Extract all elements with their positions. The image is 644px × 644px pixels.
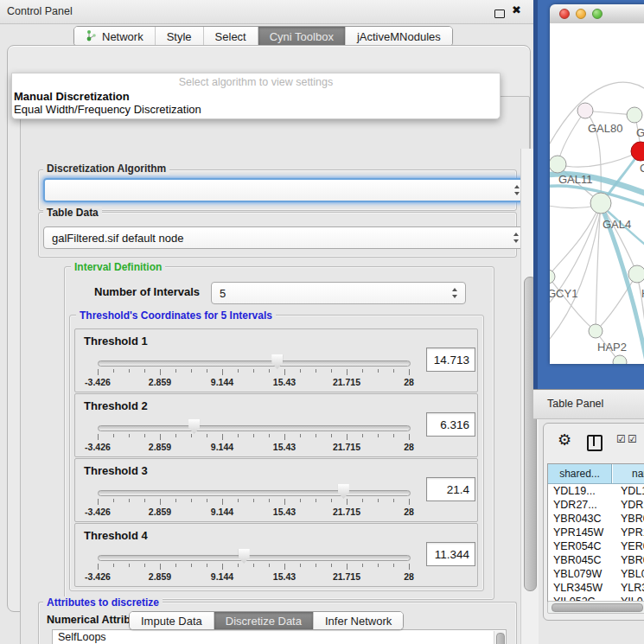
tab-discretize-data[interactable]: Discretize Data [214, 612, 314, 629]
threshold-slider[interactable]: -3.4262.8599.14415.4321.71528 [98, 553, 409, 583]
discretization-algorithm-label: Discretization Algorithm [43, 163, 169, 175]
network-window-titlebar[interactable] [550, 4, 644, 24]
column-header-name[interactable]: name [613, 464, 644, 483]
number-of-intervals-combobox[interactable]: 5 [211, 282, 466, 304]
cell-shared-name: YER054C [553, 539, 602, 553]
combo-arrows-icon [513, 233, 520, 243]
tick-label: -3.426 [85, 377, 111, 387]
combo-arrows-icon [452, 288, 458, 298]
table-row[interactable]: YBR043CYBR0 [548, 512, 644, 526]
list-scrollbar[interactable] [494, 631, 505, 644]
slider-thumb[interactable] [188, 419, 200, 434]
threshold-slider[interactable]: -3.4262.8599.14415.4321.71528 [98, 424, 409, 453]
popup-option-equal-width-frequency-discretization[interactable]: Equal Width/Frequency Discretization [14, 103, 201, 116]
column-header-shared[interactable]: shared... [548, 464, 612, 483]
tick-label: -3.426 [85, 571, 111, 582]
threshold-value-field[interactable]: 6.316 [426, 412, 475, 437]
numerical-attributes-list[interactable]: SelfLoopsTopologicalCoefficientBetweenne… [52, 629, 507, 644]
checkbox-icon[interactable]: ☑ [616, 433, 626, 445]
cell-name: YDL1 [621, 484, 644, 498]
tick-label: 28 [404, 377, 414, 387]
tick-label: 15.43 [273, 377, 296, 387]
table-row[interactable]: YBL079WYBL0 [548, 567, 644, 581]
table-row[interactable]: YLR345WYLR3 [548, 581, 644, 595]
node-label: HAP2 [597, 341, 627, 354]
node-label: GCY1 [550, 287, 577, 300]
network-window: GAL80GACGAL11GAL4GCY1HHAP2 [550, 4, 644, 364]
threshold-slider[interactable]: -3.4262.8599.14415.4321.71528 [98, 359, 409, 388]
checkbox-icon[interactable]: ☑ [628, 433, 637, 445]
network-node-h[interactable] [628, 265, 644, 283]
cell-name: YDR2 [621, 498, 644, 512]
network-node-gal4[interactable] [590, 193, 611, 214]
table-row[interactable]: YDR27...YDR2 [548, 498, 644, 512]
close-icon[interactable]: ✖ [512, 3, 521, 16]
tab-impute-data[interactable]: Impute Data [130, 612, 214, 629]
tick-label: 28 [404, 571, 414, 582]
table-panel: ⚙ ☑ ☑ shared... name YDL19...YDL1YDR27..… [543, 423, 644, 621]
table-data-combobox[interactable]: galFiltered.sif default node [43, 226, 527, 249]
table-data-value: galFiltered.sif default node [52, 232, 183, 245]
tab-infer-network[interactable]: Infer Network [314, 612, 403, 629]
network-node-gal11[interactable] [550, 156, 566, 173]
cell-shared-name: YPR145W [553, 526, 603, 539]
network-canvas[interactable]: GAL80GACGAL11GAL4GCY1HHAP2 [550, 23, 644, 364]
popup-prompt: Select algorithm to view settings [12, 76, 500, 88]
bottom-tab-bar: Impute DataDiscretize DataInfer Network [129, 611, 404, 630]
threshold-label: Threshold 3 [84, 464, 148, 477]
tab-network[interactable]: Network [74, 27, 156, 46]
tab-cyni-toolbox[interactable]: Cyni Toolbox [258, 27, 346, 46]
float-window-icon[interactable] [494, 10, 505, 18]
popup-option-manual-discretization[interactable]: Manual Discretization [14, 90, 130, 103]
algorithm-dropdown-popup: Select algorithm to view settings Manual… [11, 73, 501, 119]
close-traffic-light[interactable] [559, 9, 570, 19]
node-label: GAL80 [588, 122, 622, 135]
table-horizontal-scrollbar[interactable] [547, 601, 644, 614]
control-panel: Control Panel ✖ NetworkStyleSelectCyni T… [0, 0, 533, 644]
zoom-traffic-light[interactable] [592, 9, 603, 19]
cell-name: YBR0 [621, 553, 644, 567]
threshold-value-field[interactable]: 14.713 [426, 348, 475, 372]
table-row[interactable]: YDL19...YDL1 [548, 484, 644, 498]
tick-label: 9.144 [211, 507, 233, 517]
cell-name: YPR1 [621, 526, 644, 539]
network-node-ga[interactable] [627, 107, 642, 123]
tick-label: 2.859 [149, 571, 171, 582]
gear-icon[interactable]: ⚙ [558, 430, 571, 450]
control-panel-titlebar: Control Panel ✖ [0, 0, 533, 24]
table-row[interactable]: YBR045CYBR0 [548, 553, 644, 567]
tick-label: 28 [404, 442, 414, 452]
table-row[interactable]: YER054CYER0 [548, 539, 644, 553]
network-node-c[interactable] [631, 142, 644, 161]
threshold-value-field[interactable]: 21.4 [426, 477, 475, 501]
threshold-panel-3: Threshold 3-3.4262.8599.14415.4321.71528… [74, 458, 478, 522]
tick-label: 21.715 [333, 571, 360, 582]
slider-thumb[interactable] [271, 354, 283, 369]
tab-style[interactable]: Style [156, 27, 204, 46]
cell-name: YER0 [621, 539, 644, 553]
split-columns-icon[interactable] [587, 435, 603, 451]
algorithm-combobox[interactable] [43, 178, 529, 202]
network-icon [86, 29, 97, 44]
minimize-traffic-light[interactable] [576, 9, 586, 19]
cell-shared-name: YDR27... [553, 498, 597, 512]
network-node-gal80[interactable] [577, 103, 593, 118]
node-label: GA [636, 126, 644, 139]
scrollbar-thumb[interactable] [552, 603, 643, 612]
tick-label: 21.715 [333, 377, 360, 387]
threshold-value-field[interactable]: 11.344 [426, 542, 475, 566]
network-node-hap2[interactable] [589, 324, 603, 338]
threshold-slider[interactable]: -3.4262.8599.14415.4321.71528 [98, 488, 409, 518]
network-node-gcy1[interactable] [550, 270, 555, 284]
network-window-frame: GAL80GACGAL11GAL4GCY1HHAP2 [533, 0, 644, 389]
tab-jactivemnodules[interactable]: jActiveMNodules [346, 27, 452, 46]
cell-shared-name: YBL079W [553, 567, 602, 581]
tab-select[interactable]: Select [204, 27, 258, 46]
attribute-item-selfloops[interactable]: SelfLoops [53, 630, 506, 644]
slider-thumb[interactable] [239, 549, 250, 564]
table-row[interactable]: YPR145WYPR1 [548, 526, 644, 539]
slider-thumb[interactable] [338, 484, 349, 499]
node-label: GAL4 [603, 218, 631, 231]
cell-shared-name: YBR043C [553, 512, 602, 526]
node-label: C [640, 162, 644, 175]
